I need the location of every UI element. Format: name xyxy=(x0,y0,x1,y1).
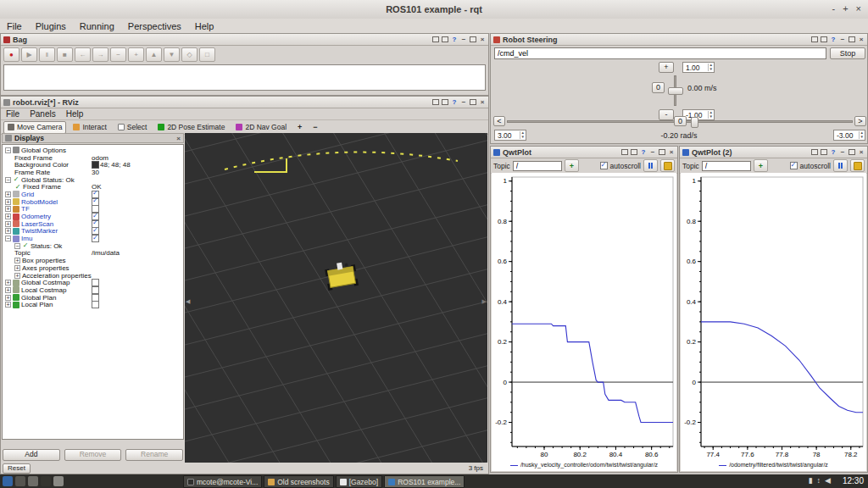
rviz-titlebar[interactable]: robot.rviz[*] - RViz ?−× xyxy=(1,97,488,108)
display-tree-row[interactable]: +Global Costmap xyxy=(3,279,183,286)
plot2-topic-input[interactable] xyxy=(702,161,751,171)
menu-item-plugins[interactable]: Plugins xyxy=(29,20,73,32)
bag-panel-titlebar[interactable]: Bag ?−× xyxy=(1,34,488,46)
tool-interact[interactable]: Interact xyxy=(69,121,110,134)
close-icon[interactable]: × xyxy=(479,36,486,43)
add-topic-button[interactable]: + xyxy=(754,159,768,172)
linear-zero-button[interactable]: 0 xyxy=(652,82,665,93)
help-icon[interactable]: ? xyxy=(451,36,458,43)
taskbar-window-button[interactable]: Old screenshots xyxy=(264,475,333,488)
expand-expander[interactable]: + xyxy=(14,258,20,263)
menu-item-perspectives[interactable]: Perspectives xyxy=(121,20,188,32)
expand-expander[interactable]: + xyxy=(5,221,11,227)
close-icon[interactable]: × xyxy=(858,148,865,156)
collapse-expander[interactable]: − xyxy=(5,236,11,241)
spin-arrows-icon[interactable]: ▲▼ xyxy=(859,131,865,139)
close-icon[interactable]: × xyxy=(479,98,486,106)
display-tree-row[interactable]: −Imu xyxy=(3,235,183,242)
play-button[interactable]: ▶ xyxy=(21,47,37,62)
undock-icon[interactable] xyxy=(432,99,439,105)
expand-expander[interactable]: + xyxy=(5,199,11,205)
display-tree-row[interactable]: −Global Options xyxy=(3,147,183,154)
maximize-button[interactable]: + xyxy=(843,3,848,14)
slower-button[interactable]: − xyxy=(110,47,126,62)
stop-button[interactable]: ■ xyxy=(57,47,73,62)
maximize-icon[interactable] xyxy=(659,149,665,155)
expand-expander[interactable]: + xyxy=(5,191,11,197)
minimize-icon[interactable]: − xyxy=(460,98,467,106)
taskbar-window-button[interactable]: [Gazebo] xyxy=(336,475,383,488)
linear-minus-button[interactable]: - xyxy=(659,109,674,120)
display-tree-row[interactable]: +Global Plan xyxy=(3,294,183,302)
display-tree-row[interactable]: Topic/imu/data xyxy=(3,250,183,258)
display-checkbox[interactable] xyxy=(92,279,99,286)
displays-header[interactable]: Displays × xyxy=(2,133,184,143)
display-checkbox[interactable] xyxy=(92,235,99,242)
angular-slider-handle[interactable] xyxy=(691,117,698,128)
angular-right-button[interactable]: > xyxy=(854,116,866,126)
undock-icon[interactable] xyxy=(811,36,818,42)
minimize-icon[interactable]: − xyxy=(460,36,467,43)
display-tree-row[interactable]: −✓Status: Ok xyxy=(3,242,183,250)
spin-arrows-icon[interactable]: ▲▼ xyxy=(708,111,714,119)
display-tree-row[interactable]: +Local Costmap xyxy=(3,286,183,294)
plot2-chart[interactable]: 10.80.60.40.20-0.277.477.677.87878.2 xyxy=(681,173,866,458)
maximize-icon[interactable] xyxy=(470,36,476,42)
menu-item-file[interactable]: File xyxy=(0,20,29,32)
faster-button[interactable]: + xyxy=(128,47,144,62)
maximize-icon[interactable] xyxy=(470,99,476,105)
dock-icon[interactable] xyxy=(442,99,448,105)
display-checkbox[interactable] xyxy=(92,286,99,294)
terminal-launcher-icon[interactable] xyxy=(41,476,51,486)
bag-timeline[interactable] xyxy=(3,64,486,91)
stop-button[interactable]: Stop xyxy=(830,47,865,59)
add-display-button[interactable]: Add xyxy=(3,449,60,461)
display-tree-row[interactable]: −✓Global Status: Ok xyxy=(3,176,183,184)
files-icon[interactable] xyxy=(28,476,38,486)
menu-icon[interactable] xyxy=(3,476,13,486)
taskbar-window-button[interactable]: mcote@mcote-Vi... xyxy=(183,475,262,488)
zoom-fit-button[interactable]: ◇ xyxy=(181,47,198,62)
close-button[interactable]: × xyxy=(856,3,861,14)
angular-left-button[interactable]: < xyxy=(493,116,505,126)
angular-min-spinbox[interactable]: -3.00 ▲▼ xyxy=(833,130,865,141)
help-icon[interactable]: ? xyxy=(640,148,647,156)
angular-zero-button[interactable]: 0 xyxy=(674,116,687,126)
display-tree-row[interactable]: +Acceleration properties xyxy=(3,272,183,280)
display-checkbox[interactable] xyxy=(92,294,99,302)
steering-titlebar[interactable]: Robot Steering ?−× xyxy=(491,34,867,46)
show-desktop-icon[interactable] xyxy=(15,476,25,486)
dock-icon[interactable] xyxy=(442,36,448,42)
menu-item-help[interactable]: Help xyxy=(61,109,89,119)
tool-select[interactable]: Select xyxy=(114,121,152,134)
save-button[interactable]: □ xyxy=(199,47,215,62)
linear-min-spinbox[interactable]: -1.00 ▲▼ xyxy=(682,109,715,120)
tool-move-camera[interactable]: Move Camera xyxy=(3,121,66,134)
menu-item-help[interactable]: Help xyxy=(188,20,221,32)
seek-end-button[interactable]: → xyxy=(92,47,108,62)
plot-settings-button[interactable] xyxy=(850,159,865,172)
expand-expander[interactable]: + xyxy=(5,206,11,212)
close-icon[interactable]: × xyxy=(668,148,675,156)
linear-slider-handle[interactable] xyxy=(668,87,683,95)
help-icon[interactable]: ? xyxy=(830,36,837,43)
volume-icon[interactable]: ◀ xyxy=(825,476,831,485)
splitter-handle-left[interactable]: ◀ xyxy=(186,298,190,305)
record-button[interactable]: ● xyxy=(3,47,19,62)
collapse-expander[interactable]: − xyxy=(14,243,20,249)
plot-settings-button[interactable] xyxy=(660,159,675,172)
battery-icon[interactable]: ▮ xyxy=(809,476,813,485)
display-tree-row[interactable]: +Local Plan xyxy=(3,301,183,308)
autoscroll-checkbox[interactable] xyxy=(600,162,608,169)
minimize-icon[interactable]: − xyxy=(649,148,656,156)
pause-plot-button[interactable] xyxy=(643,159,658,172)
help-icon[interactable]: ? xyxy=(451,98,458,106)
pause-plot-button[interactable] xyxy=(833,159,848,172)
zoom-in-button[interactable]: ▲ xyxy=(146,47,162,62)
minimize-icon[interactable]: − xyxy=(839,148,846,156)
display-tree-row[interactable]: Fixed Frameodom xyxy=(3,154,183,162)
spin-arrows-icon[interactable]: ▲▼ xyxy=(708,64,714,71)
expand-expander[interactable]: + xyxy=(5,228,11,234)
display-tree-row[interactable]: Frame Rate30 xyxy=(3,169,183,176)
linear-plus-button[interactable]: + xyxy=(659,62,674,73)
